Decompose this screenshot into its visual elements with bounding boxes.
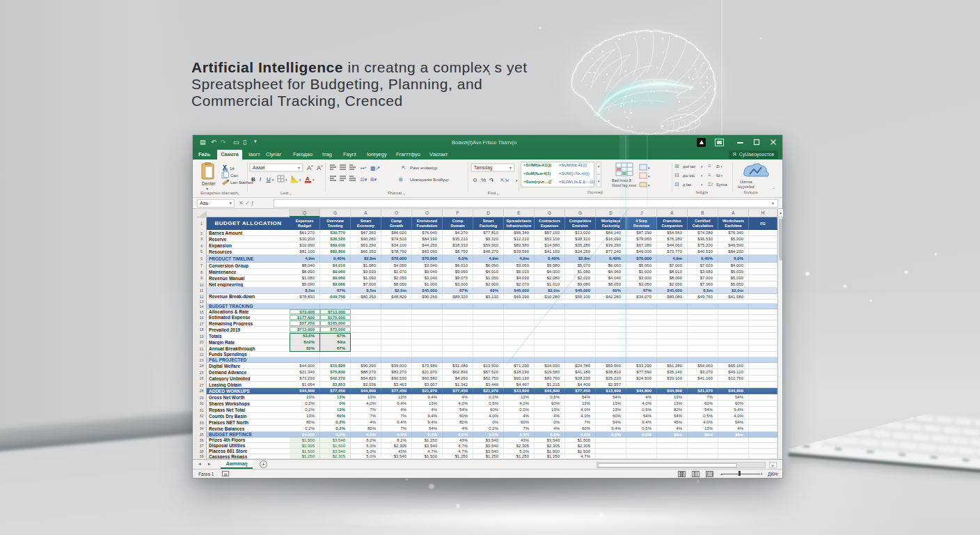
svg-text:дш top: дш top bbox=[683, 173, 695, 178]
svg-text:▾: ▾ bbox=[648, 174, 650, 178]
svg-text:≡: ≡ bbox=[708, 163, 711, 169]
svg-text:↦º: ↦º bbox=[361, 166, 367, 171]
svg-text:▾: ▾ bbox=[313, 178, 315, 182]
svg-text:▾: ▾ bbox=[206, 187, 208, 190]
svg-text:B: B bbox=[251, 176, 255, 183]
svg-text:Denter: Denter bbox=[202, 181, 216, 186]
svg-text:⇱⇲: ⇱⇲ bbox=[500, 178, 509, 183]
svg-text:Aˆ: Aˆ bbox=[307, 164, 313, 171]
svg-text:Good fag xxxx: Good fag xxxx bbox=[612, 183, 636, 187]
svg-text:Can: Can bbox=[230, 173, 238, 178]
svg-text:▾: ▾ bbox=[299, 178, 301, 182]
svg-text:Tamsdag: Tamsdag bbox=[474, 165, 493, 171]
svg-text:⊝: ⊝ bbox=[473, 177, 477, 183]
svg-text:▾: ▾ bbox=[648, 166, 650, 170]
svg-text:Aˇ: Aˇ bbox=[317, 164, 323, 171]
svg-text:▩↗: ▩↗ bbox=[370, 165, 380, 171]
svg-text:Ieyyvefed: Ieyyvefed bbox=[738, 185, 754, 189]
svg-text:Σr: Σr bbox=[708, 181, 713, 187]
svg-text:Zt •: Zt • bbox=[716, 164, 722, 169]
svg-text:▾: ▾ bbox=[272, 178, 274, 182]
svg-text:St •: St • bbox=[716, 173, 722, 178]
svg-text:▾: ▾ bbox=[648, 183, 650, 187]
svg-text:I: I bbox=[260, 176, 262, 183]
svg-text:%: % bbox=[481, 177, 486, 183]
svg-text:д tao: д tao bbox=[683, 183, 691, 187]
svg-text:⊡▾: ⊡▾ bbox=[361, 177, 368, 182]
svg-text:дшl tao: дшl tao bbox=[683, 164, 695, 169]
svg-text:Syrma: Syrma bbox=[716, 183, 728, 187]
svg-text:▾: ▾ bbox=[285, 178, 287, 182]
svg-text:Uornsa: Uornsa bbox=[740, 180, 753, 184]
svg-text:⊟: ⊟ bbox=[674, 172, 679, 178]
svg-text:≡: ≡ bbox=[708, 172, 711, 178]
svg-text:U: U bbox=[267, 176, 271, 183]
svg-text:⊞: ⊞ bbox=[674, 163, 679, 169]
svg-text:A: A bbox=[306, 176, 310, 182]
svg-text:▾: ▾ bbox=[509, 166, 512, 170]
svg-text:⊡: ⊡ bbox=[674, 181, 679, 187]
svg-text:⊞▾: ⊞▾ bbox=[370, 177, 377, 182]
svg-text:▾: ▾ bbox=[701, 173, 703, 178]
svg-text:Aaaaŧ: Aaaaŧ bbox=[253, 165, 264, 170]
svg-text:▾: ▾ bbox=[298, 166, 300, 170]
svg-text:▾: ▾ bbox=[701, 164, 703, 169]
svg-text:14: 14 bbox=[230, 166, 235, 171]
svg-text:Bad lmao 8: Bad lmao 8 bbox=[612, 178, 631, 183]
svg-text:▾: ▾ bbox=[516, 178, 518, 183]
svg-text:▾: ▾ bbox=[701, 183, 703, 187]
svg-text:֏: ֏ bbox=[489, 177, 493, 183]
